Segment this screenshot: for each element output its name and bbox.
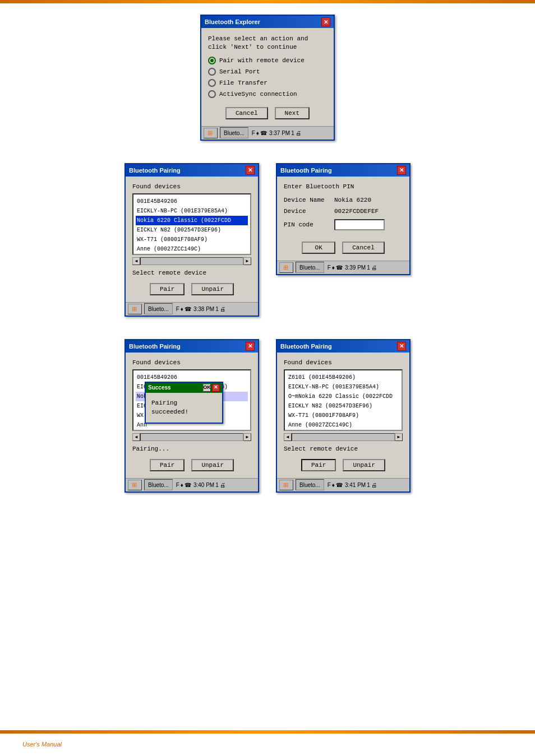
radio-pair-device[interactable]: Pair with remote device xyxy=(208,57,327,64)
taskbar-time-1: 3:37 PM xyxy=(269,130,290,136)
scroll-right-3[interactable]: ▶ xyxy=(395,433,403,441)
taskbar-bt-icon-4: ♦ xyxy=(181,482,183,488)
unpair-button-3[interactable]: Unpair xyxy=(343,459,385,471)
taskbar-time-3: 3:39 PM xyxy=(345,265,366,271)
device-item-1-4[interactable]: WX-T71 (08001F708AF9) xyxy=(136,235,248,244)
taskbar-ph-icon-4: ☎ xyxy=(185,482,191,488)
scroll-left-3[interactable]: ◀ xyxy=(284,433,292,441)
device-item-2-0[interactable]: 001E45B49206 xyxy=(136,373,248,382)
device-item-3-2[interactable]: O~mNokia 6220 Classic (0022FCDD xyxy=(287,392,399,401)
devices-listbox-2[interactable]: 001E45B49206 EICKLY-NB-PC (001E379E85A4)… xyxy=(132,369,251,431)
success-titlebar: Success OK ✕ xyxy=(146,383,222,393)
pair-button-2[interactable]: Pair xyxy=(150,459,185,471)
scroll-left-1[interactable]: ◀ xyxy=(132,257,140,265)
pair-button-1[interactable]: Pair xyxy=(150,283,185,295)
taskbar-start-btn-5[interactable]: ⊞ xyxy=(279,480,293,490)
scroll-track-3[interactable] xyxy=(292,433,395,441)
pairing-dialog-left-1: Bluetooth Pairing ✕ Found devices 001E45… xyxy=(124,163,259,317)
taskbar-start-btn-2[interactable]: ⊞ xyxy=(128,304,142,314)
taskbar-start-btn-1[interactable]: ⊞ xyxy=(204,128,218,138)
found-devices-label-2: Found devices xyxy=(132,359,251,366)
taskbar-app-item-2[interactable]: Blueto... xyxy=(144,303,173,314)
radio-file-circle xyxy=(208,79,216,87)
device-item-3-0[interactable]: Z610i (001E45B49206) xyxy=(287,373,399,382)
radio-file-transfer[interactable]: File Transfer xyxy=(208,79,327,87)
device-item-3-4[interactable]: WX-T71 (08001F708AF9) xyxy=(287,411,399,420)
section-bluetooth-explorer: Bluetooth Explorer ✕ Please select an ac… xyxy=(22,15,513,141)
pairing-close-right-2[interactable]: ✕ xyxy=(397,342,406,351)
success-close-button[interactable]: ✕ xyxy=(212,384,220,392)
pairing-close-left-2[interactable]: ✕ xyxy=(246,342,255,351)
footer-text: User's Manual xyxy=(22,741,62,748)
scrollbar-2[interactable]: ◀ ▶ xyxy=(132,433,251,441)
pin-ok-button[interactable]: OK xyxy=(302,242,335,254)
devices-listbox-1[interactable]: 001E45B49206 EICKLY-NB-PC (001E379E85A4)… xyxy=(132,193,251,255)
radio-pair-label: Pair with remote device xyxy=(219,57,305,64)
device-item-1-2[interactable]: Nokia 6220 Classic (0022FCDD xyxy=(136,216,248,225)
pairing-title-left-2: Bluetooth Pairing xyxy=(129,343,181,350)
success-ok-button[interactable]: OK xyxy=(203,384,211,392)
radio-serial-port[interactable]: Serial Port xyxy=(208,68,327,76)
windows-icon-2: ⊞ xyxy=(132,305,137,313)
scrollbar-1[interactable]: ◀ ▶ xyxy=(132,257,251,265)
explorer-close-button[interactable]: ✕ xyxy=(321,17,330,26)
pairing-close-left-1[interactable]: ✕ xyxy=(246,166,255,175)
device-item-3-1[interactable]: EICKLY-NB-PC (001E379E85A4) xyxy=(287,382,399,392)
unpair-button-2[interactable]: Unpair xyxy=(191,459,234,471)
device-item-1-0[interactable]: 001E45B49206 xyxy=(136,197,248,206)
scroll-right-1[interactable]: ▶ xyxy=(243,257,251,265)
scroll-track-2[interactable] xyxy=(140,433,243,441)
explorer-cancel-button[interactable]: Cancel xyxy=(225,107,268,119)
pairing-dialog-right-2: Bluetooth Pairing ✕ Found devices Z610i … xyxy=(276,339,411,493)
radio-activesync[interactable]: ActiveSync connection xyxy=(208,90,327,98)
pairing-title-left-1: Bluetooth Pairing xyxy=(129,167,181,174)
device-item-1-5[interactable]: Anne (00027ZCC149C) xyxy=(136,244,248,254)
explorer-description: Please select an action and click 'Next'… xyxy=(208,35,327,52)
device-item-1-1[interactable]: EICKLY-NB-PC (001E379E85A4) xyxy=(136,206,248,216)
pair-button-3[interactable]: Pair xyxy=(301,459,336,471)
unpair-button-1[interactable]: Unpair xyxy=(191,283,234,295)
taskbar-bt-icon-3: ♦ xyxy=(332,265,335,271)
taskbar-battery-3: 1 xyxy=(367,265,370,271)
windows-icon-1: ⊞ xyxy=(207,129,213,137)
devices-listbox-3[interactable]: Z610i (001E45B49206) EICKLY-NB-PC (001E3… xyxy=(284,369,403,431)
pin-code-input[interactable] xyxy=(334,219,385,230)
taskbar-app-item-3[interactable]: Blueto... xyxy=(296,262,324,273)
taskbar-app-item-5[interactable]: Blueto... xyxy=(296,479,324,490)
success-message: Pairing succeeded! xyxy=(151,396,216,419)
device-item-1-3[interactable]: EICKLY N82 (002547D3EF96) xyxy=(136,225,248,235)
scrollbar-3[interactable]: ◀ ▶ xyxy=(284,433,403,441)
radio-serial-label: Serial Port xyxy=(219,68,260,75)
scroll-left-2[interactable]: ◀ xyxy=(132,433,140,441)
pin-cancel-button[interactable]: Cancel xyxy=(342,242,385,254)
bottom-decorative-bar xyxy=(0,730,535,734)
pairing-titlebar-left-1: Bluetooth Pairing ✕ xyxy=(126,164,258,177)
taskbar-pairing-right-2: ⊞ Blueto... F ♦ ☎ 3:41 PM 1 🖨 xyxy=(277,478,409,491)
taskbar-app-item-1[interactable]: Blueto... xyxy=(220,127,248,138)
taskbar-app-item-4[interactable]: Blueto... xyxy=(144,479,173,490)
explorer-title: Bluetooth Explorer xyxy=(205,18,260,25)
taskbar-start-btn-4[interactable]: ⊞ xyxy=(128,480,142,490)
taskbar-print-icon-5: 🖨 xyxy=(371,482,377,488)
success-popup: Success OK ✕ Pairing succeeded! xyxy=(145,382,223,424)
explorer-next-button[interactable]: Next xyxy=(275,107,310,119)
scroll-track-1[interactable] xyxy=(140,257,243,265)
page-footer: User's Manual xyxy=(22,741,513,748)
taskbar-start-btn-3[interactable]: ⊞ xyxy=(279,262,293,273)
radio-pair-circle xyxy=(208,57,216,64)
taskbar-ph-icon-3: ☎ xyxy=(336,265,343,271)
taskbar-ph-icon-5: ☎ xyxy=(336,482,343,488)
pairing-title-right-1: Bluetooth Pairing xyxy=(280,167,332,174)
taskbar-f-icon-1: F xyxy=(252,130,255,136)
pairing-close-right-1[interactable]: ✕ xyxy=(397,166,406,175)
taskbar-print-icon-3: 🖨 xyxy=(371,265,377,271)
enter-pin-label: Enter Bluetooth PIN xyxy=(284,183,403,190)
device-item-3-3[interactable]: EICKLY N82 (002547D3EF96) xyxy=(287,401,399,411)
pairing-titlebar-left-2: Bluetooth Pairing ✕ xyxy=(126,340,258,353)
device-item-3-5[interactable]: Anne (00027ZCC149C) xyxy=(287,420,399,430)
radio-activesync-circle xyxy=(208,90,216,98)
pin-code-row[interactable]: PIN code xyxy=(284,219,403,230)
taskbar-f-icon-3: F xyxy=(328,265,331,271)
scroll-right-2[interactable]: ▶ xyxy=(243,433,251,441)
taskbar-f-icon-4: F xyxy=(176,482,179,488)
